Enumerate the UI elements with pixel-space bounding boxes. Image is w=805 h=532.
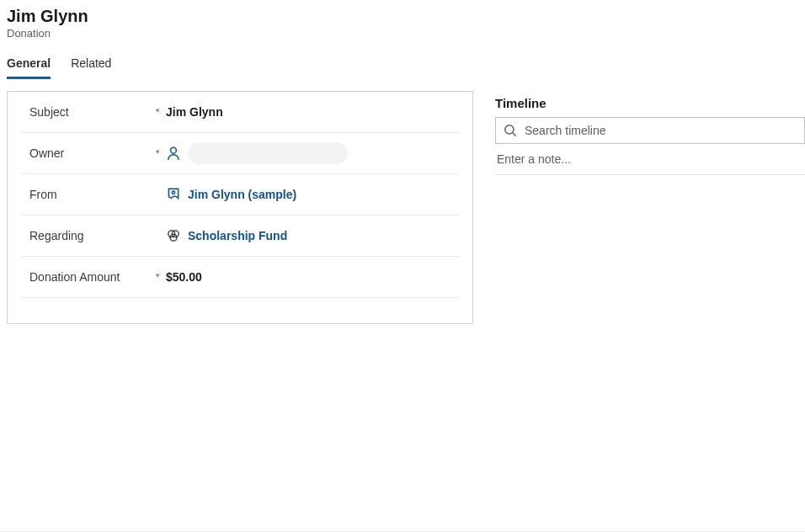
- field-owner-label: Owner: [21, 146, 156, 160]
- search-icon: [503, 123, 518, 138]
- field-from-label: From: [21, 188, 156, 201]
- field-donation-amount-value[interactable]: $50.00: [166, 270, 459, 284]
- field-regarding-label: Regarding: [21, 229, 156, 242]
- regarding-link-text: Scholarship Fund: [188, 229, 287, 242]
- svg-point-1: [172, 191, 174, 194]
- page-title: Jim Glynn: [7, 7, 805, 26]
- field-regarding-row: Regarding Scholarship Fund: [21, 215, 459, 257]
- timeline-panel: Timeline: [495, 91, 805, 324]
- field-from-value[interactable]: Jim Glynn (sample): [166, 187, 459, 202]
- timeline-note-input[interactable]: [497, 152, 803, 166]
- field-regarding-value[interactable]: Scholarship Fund: [166, 228, 459, 243]
- tabs-bar: General Related: [0, 43, 805, 79]
- required-marker: *: [156, 149, 166, 158]
- timeline-search-input[interactable]: [525, 124, 797, 137]
- field-subject-value[interactable]: Jim Glynn: [166, 105, 459, 119]
- field-donation-amount-row: Donation Amount * $50.00: [21, 257, 459, 298]
- from-link-text: Jim Glynn (sample): [188, 188, 296, 201]
- svg-line-6: [513, 133, 516, 136]
- field-subject-label: Subject: [21, 105, 156, 119]
- timeline-search-box[interactable]: [495, 117, 805, 144]
- entity-icon: [166, 228, 181, 243]
- tab-general[interactable]: General: [7, 56, 51, 79]
- required-marker: *: [156, 108, 166, 117]
- field-owner-row: Owner *: [21, 133, 459, 174]
- svg-point-5: [505, 125, 514, 134]
- form-card: Subject * Jim Glynn Owner * From: [7, 91, 473, 324]
- tab-related[interactable]: Related: [71, 56, 111, 79]
- required-marker: *: [156, 273, 166, 282]
- timeline-note-row[interactable]: [495, 144, 805, 175]
- owner-pill[interactable]: [188, 142, 348, 164]
- field-subject-row: Subject * Jim Glynn: [21, 92, 459, 133]
- entity-type-label: Donation: [7, 27, 805, 40]
- timeline-title: Timeline: [495, 96, 805, 110]
- contact-icon: [166, 187, 181, 202]
- field-donation-amount-label: Donation Amount: [21, 270, 156, 284]
- field-from-row: From Jim Glynn (sample): [21, 174, 459, 215]
- field-owner-value[interactable]: [166, 142, 459, 164]
- svg-point-0: [171, 147, 177, 153]
- person-icon: [166, 146, 181, 161]
